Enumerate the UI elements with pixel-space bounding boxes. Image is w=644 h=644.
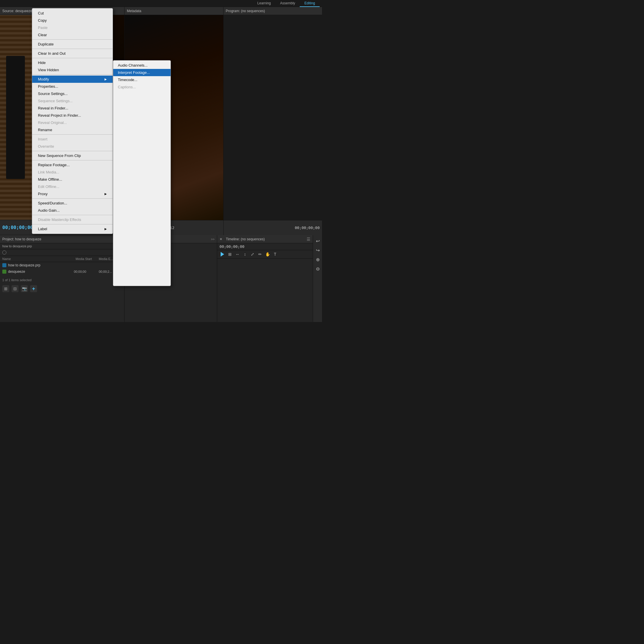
camera-icon[interactable]: 📷 xyxy=(21,285,28,292)
project-file-icon xyxy=(2,263,6,267)
menu-disable-masterclip[interactable]: Disable Masterclip Effects xyxy=(32,216,113,223)
menu-sep-7 xyxy=(32,160,113,160)
timeline-controls: 00;00;00;00 xyxy=(217,243,313,250)
program-video xyxy=(224,15,322,220)
submenu-timecode[interactable]: Timecode... xyxy=(113,76,171,83)
right-tool-1[interactable]: ↩ xyxy=(314,237,321,244)
menu-cut[interactable]: Cut xyxy=(32,10,113,17)
menu-reveal-project-finder[interactable]: Reveal Project in Finder... xyxy=(32,112,113,119)
timeline-panel-title: Timeline: (no sequences) xyxy=(226,237,265,241)
timeline-panel-header: ✕ Timeline: (no sequences) ☰ xyxy=(217,235,313,243)
list-item[interactable]: how to desqueze.prp xyxy=(0,262,124,268)
submenu-modify: Audio Channels... Interpret Footage... T… xyxy=(113,60,171,286)
timeline-close-button[interactable]: ✕ xyxy=(219,237,222,241)
menu-arrow-proxy: ▶ xyxy=(105,192,107,195)
menu-properties[interactable]: Properties... xyxy=(32,83,113,90)
timeline-tool-5[interactable]: ✏ xyxy=(257,251,263,257)
timeline-text-tool[interactable]: T xyxy=(272,251,278,257)
tab-learning[interactable]: Learning xyxy=(253,0,276,7)
menu-arrow-modify: ▶ xyxy=(105,78,107,81)
right-tool-3[interactable]: ⊕ xyxy=(314,256,321,263)
menu-edit-offline[interactable]: Edit Offline... xyxy=(32,183,113,190)
menu-label[interactable]: Label ▶ xyxy=(32,225,113,233)
menu-arrow-label: ▶ xyxy=(105,227,107,230)
menu-new-sequence[interactable]: New Sequence From Clip xyxy=(32,152,113,159)
menu-sep-3 xyxy=(32,58,113,58)
submenu-audio-channels[interactable]: Audio Channels... xyxy=(113,62,171,69)
workspace-tabs: Learning Assembly Editing xyxy=(253,0,320,7)
program-panel-header: Program: (no sequences) xyxy=(224,7,322,15)
timeline-tool-2[interactable]: ↔ xyxy=(235,251,240,257)
menu-speed-duration[interactable]: Speed/Duration... xyxy=(32,200,113,207)
menu-paste[interactable]: Paste xyxy=(32,24,113,31)
menu-audio-gain[interactable]: Audio Gain... xyxy=(32,207,113,214)
context-menu-overlay: Cut Copy Paste Clear Duplicate Clear In … xyxy=(32,8,171,234)
submenu-interpret-footage[interactable]: Interpret Footage... xyxy=(113,69,171,76)
menu-view-hidden[interactable]: View Hidden xyxy=(32,66,113,74)
clip-name: desqueeze xyxy=(8,270,72,274)
menu-hide[interactable]: Hide xyxy=(32,59,113,66)
storyboard-icon[interactable]: ⊟ xyxy=(12,285,19,292)
search-icon xyxy=(2,250,6,255)
program-panel-title: Program: (no sequences) xyxy=(226,9,265,13)
col-media-start-header: Media Start xyxy=(76,257,99,261)
submenu-captions[interactable]: Captions... xyxy=(113,83,171,91)
overlay-edit-icon[interactable]: ⊞ xyxy=(2,285,9,292)
right-tool-2[interactable]: ↪ xyxy=(314,247,321,254)
menu-overwrite[interactable]: Overwrite xyxy=(32,143,113,150)
clip-media-start: 00;00;00 xyxy=(74,270,97,273)
more-tabs-indicator[interactable]: >> xyxy=(211,237,215,241)
timeline-tool-4[interactable]: ⤢ xyxy=(250,251,255,257)
top-bar: Learning Assembly Editing xyxy=(0,0,322,7)
program-controls: 00;00;00;00 xyxy=(224,220,322,235)
menu-sep-10 xyxy=(32,224,113,224)
project-search-bar xyxy=(0,249,124,256)
context-menu: Cut Copy Paste Clear Duplicate Clear In … xyxy=(32,8,113,234)
menu-sep-2 xyxy=(32,49,113,49)
menu-rename[interactable]: Rename xyxy=(32,126,113,133)
list-item[interactable]: desqueeze 00;00;00 00;00;2... xyxy=(0,268,124,275)
menu-link-media[interactable]: Link Media... xyxy=(32,169,113,176)
menu-proxy[interactable]: Proxy ▶ xyxy=(32,190,113,197)
right-tool-4[interactable]: ⊖ xyxy=(314,265,321,272)
right-side-tools: ↩ ↪ ⊕ ⊖ xyxy=(313,235,322,322)
menu-copy[interactable]: Copy xyxy=(32,17,113,24)
menu-clear-in-out[interactable]: Clear In and Out xyxy=(32,50,113,57)
menu-sep-4 xyxy=(32,74,113,75)
add-item-button[interactable]: + xyxy=(30,285,37,292)
project-filename: how to desqueze.prp xyxy=(0,243,124,249)
project-column-headers: Name Media Start Media E... xyxy=(0,256,124,262)
col-name-header: Name xyxy=(2,257,76,261)
selection-info: 1 of 1 items selected xyxy=(0,277,124,283)
menu-sep-5 xyxy=(32,134,113,135)
program-panel: Program: (no sequences) 00;00;00;00 xyxy=(224,7,322,235)
menu-sep-8 xyxy=(32,198,113,199)
menu-modify[interactable]: Modify ▶ xyxy=(32,76,113,83)
menu-reveal-finder[interactable]: Reveal in Finder... xyxy=(32,105,113,112)
play-icon xyxy=(221,252,224,257)
menu-insert[interactable]: Insert xyxy=(32,136,113,143)
tab-editing[interactable]: Editing xyxy=(300,0,320,7)
project-bottom-tools: ⊞ ⊟ 📷 + xyxy=(0,284,124,293)
timeline-timecode: 00;00;00;00 xyxy=(219,244,244,249)
project-panel: Project: how to desqueze how to desqueze… xyxy=(0,235,125,322)
project-panel-title: Project: how to desqueze xyxy=(2,237,41,241)
source-timecode: 00;00;00;00 xyxy=(2,225,33,230)
menu-sequence-settings[interactable]: Sequence Settings... xyxy=(32,97,113,105)
video-charger xyxy=(6,56,25,179)
timeline-play-button[interactable] xyxy=(219,251,225,257)
project-file-name: how to desqueze.prp xyxy=(8,263,122,267)
timeline-panel: ✕ Timeline: (no sequences) ☰ 00;00;00;00… xyxy=(217,235,313,322)
menu-make-offline[interactable]: Make Offline... xyxy=(32,176,113,183)
timeline-hand-tool[interactable]: ✋ xyxy=(265,251,270,257)
timeline-tool-3[interactable]: ↕ xyxy=(242,251,248,257)
menu-duplicate[interactable]: Duplicate xyxy=(32,41,113,48)
menu-reveal-original[interactable]: Reveal Original... xyxy=(32,119,113,126)
timeline-ripple-tool[interactable]: ⊞ xyxy=(227,251,233,257)
timeline-tools: ⊞ ↔ ↕ ⤢ ✏ ✋ T xyxy=(217,250,313,259)
menu-replace-footage[interactable]: Replace Footage... xyxy=(32,161,113,169)
menu-source-settings[interactable]: Source Settings... xyxy=(32,90,113,97)
timeline-menu-icon[interactable]: ☰ xyxy=(307,237,310,241)
menu-clear[interactable]: Clear xyxy=(32,31,113,39)
tab-assembly[interactable]: Assembly xyxy=(275,0,300,7)
